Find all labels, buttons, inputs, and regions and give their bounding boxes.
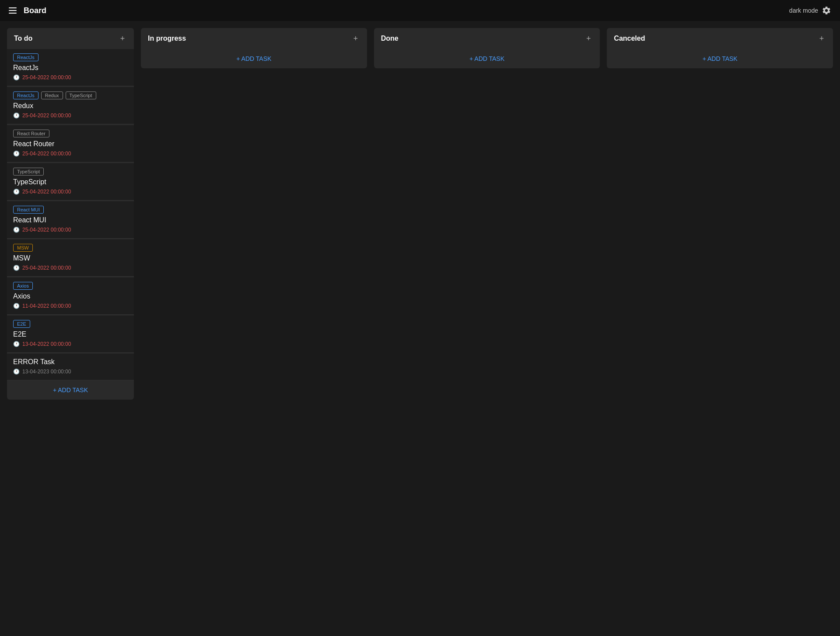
task-card-redux[interactable]: ReactJs Redux TypeScript Redux 🕐 25-04-2… <box>7 87 134 124</box>
column-header-done: Done + <box>374 28 600 49</box>
tag-typescript: TypeScript <box>13 168 44 176</box>
column-title-done: Done <box>381 35 399 42</box>
add-task-button-done[interactable]: + ADD TASK <box>374 49 600 68</box>
task-date-e2e: 🕐 13-04-2022 00:00:00 <box>13 341 128 347</box>
column-in-progress: In progress + + ADD TASK <box>141 28 367 68</box>
column-add-button-todo[interactable]: + <box>118 34 127 43</box>
add-task-button-canceled[interactable]: + ADD TASK <box>607 49 833 68</box>
add-task-button-in-progress[interactable]: + ADD TASK <box>141 49 367 68</box>
task-date-error: 🕐 13-04-2023 00:00:00 <box>13 369 128 375</box>
task-date-react-router: 🕐 25-04-2022 00:00:00 <box>13 151 128 157</box>
header-right: dark mode <box>789 6 831 15</box>
add-task-button-todo[interactable]: + ADD TASK <box>7 380 134 400</box>
task-card-react-mui[interactable]: React MUI React MUI 🕐 25-04-2022 00:00:0… <box>7 201 134 239</box>
column-todo: To do + ReactJs ReactJs 🕐 25-04-2022 00:… <box>7 28 134 400</box>
task-date-typescript: 🕐 25-04-2022 00:00:00 <box>13 189 128 195</box>
clock-icon-error: 🕐 <box>13 369 20 375</box>
task-card-axios[interactable]: Axios Axios 🕐 11-04-2022 00:00:00 <box>7 278 134 315</box>
column-title-canceled: Canceled <box>614 35 645 42</box>
column-canceled: Canceled + + ADD TASK <box>607 28 833 68</box>
task-date-text-error: 13-04-2023 00:00:00 <box>22 369 71 375</box>
task-name-e2e: E2E <box>13 330 128 338</box>
menu-icon[interactable] <box>9 7 17 14</box>
dark-mode-label: dark mode <box>789 7 818 14</box>
tag-axios: Axios <box>13 282 33 290</box>
task-card-react-router[interactable]: React Router React Router 🕐 25-04-2022 0… <box>7 125 134 162</box>
clock-icon-typescript: 🕐 <box>13 189 20 195</box>
task-date-text-typescript: 25-04-2022 00:00:00 <box>22 189 71 195</box>
task-tags-reactjs: ReactJs <box>13 53 128 61</box>
task-tags-typescript: TypeScript <box>13 168 128 176</box>
task-date-react-mui: 🕐 25-04-2022 00:00:00 <box>13 227 128 233</box>
task-name-msw: MSW <box>13 254 128 262</box>
task-date-text-react-router: 25-04-2022 00:00:00 <box>22 151 71 157</box>
task-tags-msw: MSW <box>13 244 128 252</box>
clock-icon-redux: 🕐 <box>13 112 20 119</box>
task-date-axios: 🕐 11-04-2022 00:00:00 <box>13 303 128 309</box>
clock-icon-axios: 🕐 <box>13 303 20 309</box>
task-card-e2e[interactable]: E2E E2E 🕐 13-04-2022 00:00:00 <box>7 316 134 353</box>
task-name-axios: Axios <box>13 292 128 300</box>
task-date-redux: 🕐 25-04-2022 00:00:00 <box>13 112 128 119</box>
task-name-redux: Redux <box>13 102 128 110</box>
task-tags-react-router: React Router <box>13 130 128 137</box>
task-tags-react-mui: React MUI <box>13 206 128 214</box>
task-card-reactjs[interactable]: ReactJs ReactJs 🕐 25-04-2022 00:00:00 <box>7 49 134 86</box>
task-date-text-redux: 25-04-2022 00:00:00 <box>22 112 71 119</box>
column-title-in-progress: In progress <box>148 35 186 42</box>
task-card-typescript[interactable]: TypeScript TypeScript 🕐 25-04-2022 00:00… <box>7 163 134 200</box>
column-header-canceled: Canceled + <box>607 28 833 49</box>
board-title: Board <box>24 6 46 15</box>
task-name-react-router: React Router <box>13 140 128 148</box>
task-name-react-mui: React MUI <box>13 216 128 224</box>
task-tags-axios: Axios <box>13 282 128 290</box>
task-name-reactjs: ReactJs <box>13 64 128 72</box>
board-container: To do + ReactJs ReactJs 🕐 25-04-2022 00:… <box>0 21 840 636</box>
tag-redux-typescript: TypeScript <box>66 91 96 99</box>
tag-redux-reactjs: ReactJs <box>13 91 38 99</box>
column-header-in-progress: In progress + <box>141 28 367 49</box>
task-tags-e2e: E2E <box>13 320 128 328</box>
task-card-error[interactable]: ERROR Task 🕐 13-04-2023 00:00:00 <box>7 354 134 380</box>
column-header-todo: To do + <box>7 28 134 49</box>
task-date-text-axios: 11-04-2022 00:00:00 <box>22 303 71 309</box>
task-name-typescript: TypeScript <box>13 178 128 186</box>
task-list-todo: ReactJs ReactJs 🕐 25-04-2022 00:00:00 Re… <box>7 49 134 380</box>
header: Board dark mode <box>0 0 840 21</box>
column-title-todo: To do <box>14 35 32 42</box>
column-add-button-canceled[interactable]: + <box>817 34 826 43</box>
header-left: Board <box>9 6 46 15</box>
clock-icon-reactjs: 🕐 <box>13 74 20 81</box>
task-date-text-reactjs: 25-04-2022 00:00:00 <box>22 74 71 81</box>
tag-redux-redux: Redux <box>41 91 63 99</box>
column-done: Done + + ADD TASK <box>374 28 600 68</box>
task-card-msw[interactable]: MSW MSW 🕐 25-04-2022 00:00:00 <box>7 239 134 277</box>
task-date-text-react-mui: 25-04-2022 00:00:00 <box>22 227 71 233</box>
tag-reactjs: ReactJs <box>13 53 38 61</box>
clock-icon-react-router: 🕐 <box>13 151 20 157</box>
tag-msw: MSW <box>13 244 33 252</box>
settings-icon[interactable] <box>822 6 831 15</box>
column-add-button-done[interactable]: + <box>584 34 593 43</box>
task-tags-redux: ReactJs Redux TypeScript <box>13 91 128 99</box>
tag-react-router: React Router <box>13 130 49 137</box>
task-date-reactjs: 🕐 25-04-2022 00:00:00 <box>13 74 128 81</box>
task-name-error: ERROR Task <box>13 358 128 366</box>
column-add-button-in-progress[interactable]: + <box>351 34 360 43</box>
clock-icon-msw: 🕐 <box>13 265 20 271</box>
clock-icon-react-mui: 🕐 <box>13 227 20 233</box>
task-date-text-msw: 25-04-2022 00:00:00 <box>22 265 71 271</box>
task-date-text-e2e: 13-04-2022 00:00:00 <box>22 341 71 347</box>
tag-e2e: E2E <box>13 320 30 328</box>
tag-react-mui: React MUI <box>13 206 44 214</box>
clock-icon-e2e: 🕐 <box>13 341 20 347</box>
task-date-msw: 🕐 25-04-2022 00:00:00 <box>13 265 128 271</box>
